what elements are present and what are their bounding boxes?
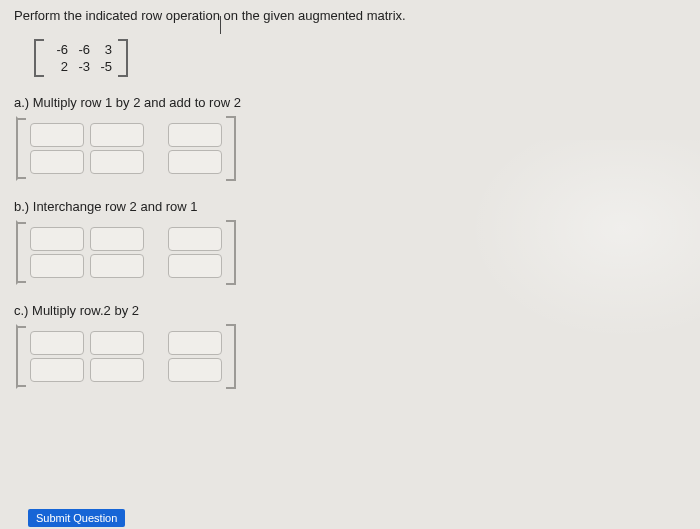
matrix-input-a-r1c3[interactable] <box>168 123 222 147</box>
matrix-row-2 <box>30 150 222 174</box>
matrix-row-1 <box>30 331 222 355</box>
matrix-input-a-r2c2[interactable] <box>90 150 144 174</box>
matrix-row-2 <box>30 358 222 382</box>
matrix-cell: -3 <box>70 58 92 75</box>
matrix-row-1: -6 -6 3 <box>48 41 114 58</box>
matrix-input-b-r1c1[interactable] <box>30 227 84 251</box>
matrix-input-a-r1c2[interactable] <box>90 123 144 147</box>
matrix-row-2: 2 -3 -5 <box>48 58 114 75</box>
bracket-right <box>228 324 236 389</box>
matrix-input-b-r2c3[interactable] <box>168 254 222 278</box>
matrix-body <box>24 220 228 285</box>
matrix-row-2 <box>30 254 222 278</box>
matrix-input-b-r2c1[interactable] <box>30 254 84 278</box>
augment-gap <box>150 358 162 382</box>
given-augmented-matrix: -6 -6 3 2 -3 -5 <box>34 39 686 77</box>
matrix-input-c-r2c2[interactable] <box>90 358 144 382</box>
matrix-input-c-r1c2[interactable] <box>90 331 144 355</box>
bracket-right <box>228 220 236 285</box>
matrix-body <box>24 324 228 389</box>
matrix-input-c-r2c1[interactable] <box>30 358 84 382</box>
matrix-input-a-r2c3[interactable] <box>168 150 222 174</box>
augment-gap <box>150 331 162 355</box>
augment-gap <box>150 254 162 278</box>
matrix-cell: -6 <box>48 41 70 58</box>
submit-button[interactable]: Submit Question <box>28 509 125 527</box>
matrix-input-a-r1c1[interactable] <box>30 123 84 147</box>
matrix-cell: -5 <box>92 58 114 75</box>
bracket-left <box>16 324 24 389</box>
augment-gap <box>150 150 162 174</box>
matrix-row-1 <box>30 123 222 147</box>
matrix-input-b-r1c2[interactable] <box>90 227 144 251</box>
matrix-input-c-r1c1[interactable] <box>30 331 84 355</box>
matrix-row-1 <box>30 227 222 251</box>
matrix-body: -6 -6 3 2 -3 -5 <box>44 39 118 77</box>
part-a-matrix <box>16 116 686 181</box>
matrix-input-a-r2c1[interactable] <box>30 150 84 174</box>
matrix-input-b-r1c3[interactable] <box>168 227 222 251</box>
instruction-pre: Perform the indicated row operation <box>14 8 220 23</box>
matrix-cell: -6 <box>70 41 92 58</box>
bracket-left <box>34 39 44 77</box>
augment-gap <box>150 123 162 147</box>
matrix-cell: 3 <box>92 41 114 58</box>
part-c-label: c.) Multiply row.2 by 2 <box>14 303 686 318</box>
matrix-input-c-r2c3[interactable] <box>168 358 222 382</box>
bracket-left <box>16 116 24 181</box>
part-a-label: a.) Multiply row 1 by 2 and add to row 2 <box>14 95 686 110</box>
instruction-text: Perform the indicated row operation on t… <box>14 8 686 23</box>
part-c-matrix <box>16 324 686 389</box>
bracket-right <box>118 39 128 77</box>
part-b-matrix <box>16 220 686 285</box>
part-b-label: b.) Interchange row 2 and row 1 <box>14 199 686 214</box>
matrix-body <box>24 116 228 181</box>
matrix-cell: 2 <box>48 58 70 75</box>
bracket-right <box>228 116 236 181</box>
bracket-left <box>16 220 24 285</box>
matrix-input-c-r1c3[interactable] <box>168 331 222 355</box>
augment-gap <box>150 227 162 251</box>
matrix-input-b-r2c2[interactable] <box>90 254 144 278</box>
instruction-post: on the given augmented matrix. <box>224 8 406 23</box>
